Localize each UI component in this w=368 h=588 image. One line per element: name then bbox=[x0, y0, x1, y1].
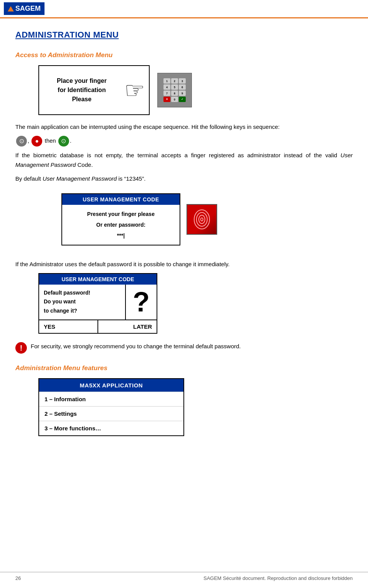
ma5xx-row-1: 1 – Information bbox=[39, 392, 183, 406]
page-header: SAGEM bbox=[0, 0, 368, 18]
body-text-5: If the Administrator uses the default pa… bbox=[15, 259, 353, 269]
change-pwd-left: Default password! Do you want to change … bbox=[39, 285, 126, 320]
ma5xx-row-2: 2 – Settings bbox=[39, 406, 183, 421]
footer-text: SAGEM Sécurité document. Reproduction an… bbox=[203, 575, 353, 581]
ump-body: Present your finger please Or enter pass… bbox=[62, 205, 180, 245]
body-text-2: If the biometric database is not empty, … bbox=[15, 150, 353, 170]
page-footer: 26 SAGEM Sécurité document. Reproduction… bbox=[0, 572, 368, 584]
keypad-btn-7: 7 bbox=[163, 91, 170, 96]
logo: SAGEM bbox=[4, 2, 45, 15]
fingerprint-svg bbox=[192, 208, 211, 231]
ump-line2: Or enter password: bbox=[68, 219, 173, 230]
change-pwd-footer: YES LATER bbox=[39, 320, 157, 333]
keypad-btn-4: 4 bbox=[163, 84, 170, 90]
sagem-logo: SAGEM bbox=[4, 2, 45, 15]
finger-id-box: Place your finger for Identification Ple… bbox=[38, 65, 150, 115]
keypad-btn-2: 2 bbox=[171, 78, 178, 84]
body-text-keys: ⊙, ● then ⊙. bbox=[15, 136, 353, 147]
change-pwd-section: USER MANAGEMENT CODE Default password! D… bbox=[38, 273, 353, 334]
key-icon-1: ⊙ bbox=[16, 136, 27, 147]
logo-triangle-icon bbox=[8, 6, 14, 12]
change-pwd-box: USER MANAGEMENT CODE Default password! D… bbox=[38, 273, 157, 334]
keypad-btn-9: 9 bbox=[179, 91, 186, 96]
ump-section: USER MANAGEMENT CODE Present your finger… bbox=[38, 187, 353, 252]
section-access: Access to Administration Menu Place your… bbox=[15, 51, 353, 354]
change-pwd-right: ? bbox=[126, 285, 157, 320]
logo-text: SAGEM bbox=[15, 5, 41, 13]
finger-id-text: Place your finger for Identification Ple… bbox=[43, 76, 120, 104]
body-text-1: The main application can be interrupted … bbox=[15, 122, 353, 132]
warning-text: For security, we strongly recommend you … bbox=[31, 341, 241, 351]
main-content: ADMINISTRATION MENU Access to Administra… bbox=[0, 18, 368, 451]
section1-heading: Access to Administration Menu bbox=[15, 51, 353, 59]
keypad-btn-0: 0 bbox=[171, 97, 178, 102]
change-pwd-line1: Default password! bbox=[44, 288, 120, 298]
keypad-btn-green: ✓ bbox=[179, 97, 186, 102]
svg-point-1 bbox=[196, 212, 207, 226]
warning-icon: ! bbox=[15, 342, 27, 354]
change-pwd-body: Default password! Do you want to change … bbox=[39, 285, 157, 320]
ump-box: USER MANAGEMENT CODE Present your finger… bbox=[61, 193, 180, 245]
finger-icon: ☞ bbox=[124, 77, 145, 104]
change-pwd-yes-button[interactable]: YES bbox=[39, 320, 98, 333]
keypad-image: 1 2 3 4 5 6 7 8 9 ✕ 0 ✓ bbox=[157, 73, 192, 107]
ump-line1: Present your finger please bbox=[68, 209, 173, 219]
question-mark-symbol: ? bbox=[133, 286, 150, 318]
keypad-btn-3: 3 bbox=[179, 78, 186, 84]
ump-line3: ***| bbox=[68, 230, 173, 241]
svg-point-2 bbox=[199, 215, 205, 224]
keypad-btn-8: 8 bbox=[171, 91, 178, 96]
svg-point-3 bbox=[201, 218, 203, 221]
change-pwd-line3: to change it? bbox=[44, 306, 120, 316]
key-icon-3: ⊙ bbox=[58, 136, 69, 147]
body-text-3: By default User Management Password is “… bbox=[15, 174, 353, 184]
ma5xx-box: MA5XX APPLICATION 1 – Information 2 – Se… bbox=[38, 378, 184, 436]
keypad-btn-5: 5 bbox=[171, 84, 178, 90]
warning-section: ! For security, we strongly recommend yo… bbox=[15, 341, 353, 354]
keypad-btn-6: 6 bbox=[179, 84, 186, 90]
keypad-btn-1: 1 bbox=[163, 78, 170, 84]
change-pwd-line2: Do you want bbox=[44, 297, 120, 306]
keypad-btn-red: ✕ bbox=[163, 97, 170, 102]
ma5xx-row-3: 3 – More functions… bbox=[39, 421, 183, 435]
section2-heading: Administration Menu features bbox=[15, 364, 353, 372]
finger-id-section: Place your finger for Identification Ple… bbox=[38, 65, 353, 115]
fingerprint-image bbox=[186, 204, 217, 235]
page-title: ADMINISTRATION MENU bbox=[15, 30, 353, 40]
change-pwd-header: USER MANAGEMENT CODE bbox=[39, 274, 157, 285]
section-features: Administration Menu features MA5XX APPLI… bbox=[15, 364, 353, 436]
ump-header: USER MANAGEMENT CODE bbox=[62, 194, 180, 205]
ma5xx-header: MA5XX APPLICATION bbox=[39, 379, 183, 392]
key-icon-2: ● bbox=[31, 136, 42, 147]
change-pwd-later-button[interactable]: LATER bbox=[98, 320, 157, 333]
footer-page-number: 26 bbox=[15, 575, 21, 581]
